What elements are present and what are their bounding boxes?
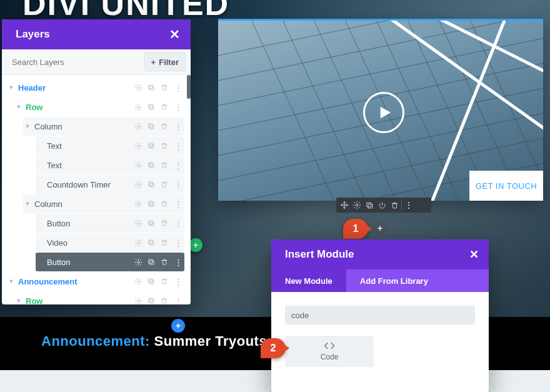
video-module[interactable]: GET IN TOUCH: [218, 19, 543, 201]
layer-row-section[interactable]: ▼ Header ⋮: [7, 78, 184, 97]
announcement-text: Announcement: Summer Tryouts Be: [41, 333, 289, 349]
duplicate-icon[interactable]: [146, 140, 157, 151]
chevron-down-icon[interactable]: ▼: [7, 84, 16, 91]
layer-row-module[interactable]: ▼ Countdown Timer ⋮: [36, 175, 184, 194]
gear-icon[interactable]: [132, 218, 144, 229]
trash-icon[interactable]: [159, 121, 170, 132]
svg-rect-1: [367, 203, 371, 207]
layer-row-module[interactable]: ▼ Text ⋮: [36, 136, 184, 155]
trash-icon[interactable]: [159, 101, 170, 113]
gear-icon[interactable]: [351, 199, 362, 211]
duplicate-icon[interactable]: [146, 179, 157, 190]
gear-icon[interactable]: [132, 276, 144, 287]
chevron-down-icon[interactable]: ▼: [23, 201, 32, 207]
svg-rect-17: [150, 164, 154, 168]
gear-icon[interactable]: [132, 82, 144, 93]
more-icon[interactable]: ⋮: [172, 276, 183, 287]
gear-icon[interactable]: [132, 256, 144, 268]
more-icon[interactable]: ⋮: [172, 159, 183, 171]
trash-icon[interactable]: [159, 82, 170, 93]
trash-icon[interactable]: [159, 237, 170, 248]
gear-icon[interactable]: [132, 101, 144, 113]
more-icon[interactable]: ⋮: [172, 237, 183, 248]
trash-icon[interactable]: [159, 218, 170, 229]
svg-rect-22: [149, 201, 152, 205]
chevron-down-icon[interactable]: ▼: [23, 123, 32, 129]
layer-label: Video: [44, 238, 132, 248]
more-icon[interactable]: ⋮: [172, 179, 183, 190]
chevron-down-icon[interactable]: ▼: [14, 298, 23, 304]
layer-row-module[interactable]: ▼ Video ⋮: [36, 233, 184, 252]
trash-icon[interactable]: [159, 295, 170, 304]
get-in-touch-button[interactable]: GET IN TOUCH: [469, 171, 543, 201]
more-icon[interactable]: ⋮: [403, 199, 414, 211]
more-icon[interactable]: ⋮: [172, 82, 183, 93]
layer-row-actions: ⋮: [132, 179, 183, 190]
layer-row-module-selected[interactable]: ▼ Button ⋮: [36, 253, 184, 271]
trash-icon[interactable]: [159, 179, 170, 190]
layer-row-row[interactable]: ▼ Row ⋮: [14, 98, 184, 116]
trash-icon[interactable]: [159, 198, 170, 209]
add-section-button[interactable]: +: [171, 319, 185, 333]
module-option-code[interactable]: Code: [285, 336, 374, 367]
play-icon[interactable]: [363, 92, 404, 133]
more-icon[interactable]: ⋮: [172, 295, 183, 304]
chevron-down-icon[interactable]: ▼: [7, 278, 16, 284]
layer-row-row[interactable]: ▼ Row ⋮: [14, 291, 184, 304]
trash-icon[interactable]: [159, 159, 170, 171]
more-icon[interactable]: ⋮: [172, 218, 183, 229]
duplicate-icon[interactable]: [146, 198, 157, 209]
more-icon[interactable]: ⋮: [172, 121, 183, 132]
more-icon[interactable]: ⋮: [172, 101, 183, 113]
layer-row-column[interactable]: ▼ Column ⋮: [23, 117, 184, 136]
duplicate-icon[interactable]: [146, 101, 157, 113]
duplicate-icon[interactable]: [146, 121, 157, 132]
close-icon[interactable]: ✕: [168, 28, 181, 41]
layer-row-actions: ⋮: [132, 256, 183, 268]
duplicate-icon[interactable]: [146, 295, 157, 304]
trash-icon[interactable]: [159, 256, 170, 268]
duplicate-icon[interactable]: [146, 276, 157, 287]
gear-icon[interactable]: [132, 159, 144, 171]
more-icon[interactable]: ⋮: [172, 256, 183, 268]
tab-new-module[interactable]: New Module: [271, 269, 346, 292]
layers-panel-header: Layers ✕: [2, 19, 191, 49]
duplicate-icon[interactable]: [146, 159, 157, 171]
duplicate-icon[interactable]: [146, 256, 157, 268]
gear-icon[interactable]: [132, 237, 144, 248]
more-icon[interactable]: ⋮: [172, 140, 183, 151]
more-icon[interactable]: ⋮: [172, 198, 183, 209]
layer-label: Row: [23, 103, 132, 112]
filter-button[interactable]: + Filter: [144, 53, 186, 71]
duplicate-icon[interactable]: [146, 237, 157, 248]
layers-tree: ▼ Header ⋮ ▼ Row ⋮: [2, 75, 191, 304]
layer-row-module[interactable]: ▼ Button ⋮: [36, 214, 184, 233]
duplicate-icon[interactable]: [146, 218, 157, 229]
gear-icon[interactable]: [132, 179, 144, 190]
layers-search-input[interactable]: [11, 57, 139, 68]
chevron-down-icon[interactable]: ▼: [14, 104, 23, 110]
layer-row-module[interactable]: ▼ Text ⋮: [36, 156, 184, 174]
gear-icon[interactable]: [132, 295, 144, 304]
add-module-button[interactable]: +: [372, 221, 388, 236]
gear-icon[interactable]: [132, 121, 144, 132]
trash-icon[interactable]: [389, 199, 400, 211]
power-icon[interactable]: [376, 199, 388, 211]
close-icon[interactable]: ✕: [469, 248, 479, 261]
insert-module-panel: Insert Module ✕ New Module Add From Libr…: [271, 239, 489, 392]
gear-icon[interactable]: [132, 140, 144, 151]
duplicate-icon[interactable]: [364, 199, 375, 211]
svg-point-9: [137, 125, 139, 127]
move-icon[interactable]: [339, 199, 350, 211]
gear-icon[interactable]: [132, 198, 144, 209]
trash-icon[interactable]: [159, 276, 170, 287]
layers-panel: Layers ✕ + Filter ▼ Header ⋮: [2, 19, 191, 304]
layer-row-section[interactable]: ▼ Announcement ⋮: [7, 272, 184, 291]
add-row-button[interactable]: +: [189, 238, 202, 252]
module-search-input[interactable]: [285, 306, 475, 324]
layer-label: Button: [44, 219, 132, 228]
tab-add-from-library[interactable]: Add From Library: [346, 269, 442, 292]
layer-row-column[interactable]: ▼ Column ⋮: [23, 194, 184, 213]
duplicate-icon[interactable]: [146, 82, 157, 93]
trash-icon[interactable]: [159, 140, 170, 151]
